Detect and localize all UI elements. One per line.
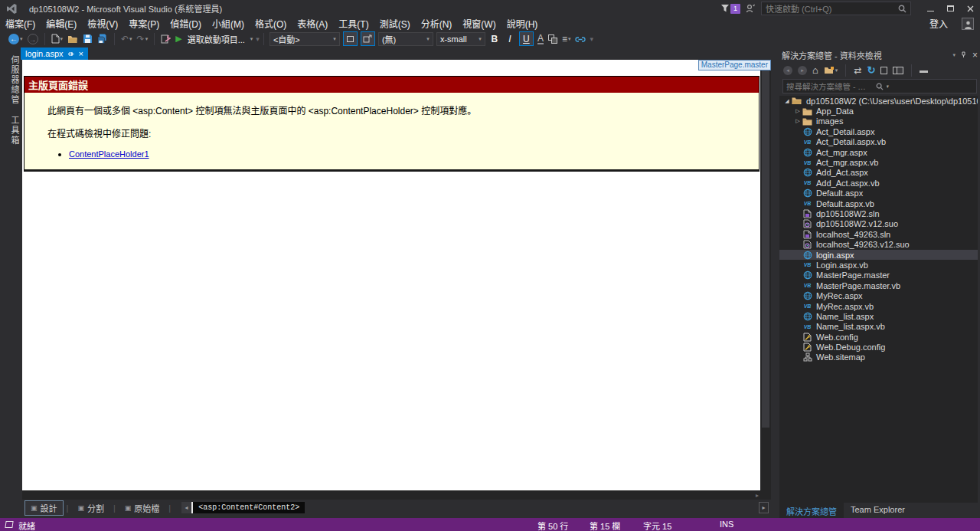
start-debug-label[interactable]: 選取啟動項目... <box>188 33 245 45</box>
forward-button[interactable]: ▸ <box>798 66 807 75</box>
designer-view-button[interactable]: ▣ 分割 <box>71 500 110 516</box>
content-placeholder-link[interactable]: ContentPlaceHolder1 <box>69 149 149 159</box>
tree-item[interactable]: ▷ VB Web.sitemap <box>779 352 978 362</box>
nest-files-button[interactable] <box>880 67 887 74</box>
search-options-icon[interactable]: ▾ <box>887 84 974 90</box>
tag-breadcrumb[interactable]: <asp:Content#Content2> <box>193 502 305 513</box>
home-icon[interactable]: ⌂ <box>812 64 818 76</box>
tree-item[interactable]: ▷ VB localhost_49263.v12.suo <box>779 239 978 249</box>
horizontal-scrollbar[interactable]: ▸ <box>22 490 760 500</box>
back-button[interactable]: ◂ <box>783 66 792 75</box>
menu-item[interactable]: 檢視(V) <box>82 17 123 30</box>
minimize-button[interactable] <box>920 1 940 16</box>
toolbar-overflow-button[interactable]: ▾ <box>590 35 592 43</box>
tree-item[interactable]: ▷ VB dp105108W2.v12.suo <box>779 219 978 229</box>
scrollbar-thumb[interactable] <box>762 61 769 428</box>
tree-item[interactable]: ▷ VB Act_Detail.aspx.vb <box>779 137 978 147</box>
designer-view-button[interactable]: ▣ 原始檔 <box>119 500 166 516</box>
font-size-combo[interactable]: x-small▾ <box>436 32 485 46</box>
save-all-button[interactable] <box>96 32 109 46</box>
undo-button[interactable]: ↶▾ <box>120 32 133 46</box>
designer-view-button[interactable]: ▣ 設計 <box>24 500 64 516</box>
toolbar-overflow-button[interactable]: ▾ <box>256 35 258 43</box>
tree-item[interactable]: ▷ VB MyRec.aspx <box>779 290 978 300</box>
tree-item[interactable]: ▷ VB Default.aspx.vb <box>779 198 978 208</box>
tree-item[interactable]: ▷ VB Act_Detail.aspx <box>779 126 978 136</box>
menu-item[interactable]: 檔案(F) <box>0 17 41 30</box>
tag-scroll-left-icon[interactable]: ◂ <box>181 502 191 513</box>
collapse-all-button[interactable] <box>920 67 928 73</box>
sync-with-active-document-button[interactable]: ⇄ <box>854 65 861 76</box>
menu-item[interactable]: 小組(M) <box>207 17 250 30</box>
menu-item[interactable]: 分析(N) <box>416 17 458 30</box>
switch-views-button[interactable]: ▾ <box>824 66 838 74</box>
menu-item[interactable]: 視窗(W) <box>457 17 501 30</box>
italic-button[interactable]: I <box>504 34 516 44</box>
tree-item[interactable]: ▷ VB Add_Act.aspx <box>779 168 978 178</box>
target-browser-combo[interactable]: <自動>▾ <box>270 32 340 46</box>
navigate-to-button[interactable] <box>160 32 172 46</box>
start-debug-caret-icon[interactable]: ▾ <box>250 36 253 42</box>
navigate-backward-button[interactable]: ←▾ <box>8 32 24 46</box>
close-panel-icon[interactable]: × <box>972 50 978 61</box>
open-file-button[interactable] <box>67 32 79 46</box>
menu-item[interactable]: 專案(P) <box>123 17 165 30</box>
tree-item[interactable]: ▷ VB App_Data <box>779 106 978 116</box>
tree-item[interactable]: ▷ VB images <box>779 116 978 126</box>
background-color-button[interactable] <box>547 32 558 46</box>
tree-item[interactable]: ▷ VB Login.aspx.vb <box>779 260 978 270</box>
tree-item[interactable]: ▷ VB Web.config <box>779 332 978 342</box>
css-style-combo[interactable]: (無)▾ <box>378 32 433 46</box>
menu-item[interactable]: 說明(H) <box>501 17 544 30</box>
notification-count-badge[interactable]: 1 <box>730 4 740 14</box>
menu-item[interactable]: 表格(A) <box>292 17 333 30</box>
menu-item[interactable]: 偵錯(D) <box>165 17 207 30</box>
save-button[interactable] <box>82 32 93 46</box>
font-color-button[interactable]: A <box>537 32 544 46</box>
tag-scroll-right-button[interactable]: ▸ <box>759 502 769 513</box>
menu-item[interactable]: 測試(S) <box>374 17 416 30</box>
user-avatar-icon[interactable] <box>962 18 974 30</box>
tree-item[interactable]: ▷ VB Name_list.aspx <box>779 311 978 321</box>
redo-button[interactable]: ↷▾ <box>136 32 149 46</box>
tree-item[interactable]: ▷ VB MasterPage.master <box>779 270 978 280</box>
maximize-button[interactable] <box>940 1 960 16</box>
toggle-window-layout-button[interactable] <box>361 31 375 46</box>
hyperlink-button[interactable] <box>574 32 586 46</box>
panel-tab[interactable]: 解決方案總管 <box>779 503 844 518</box>
scroll-right-icon[interactable]: ▸ <box>756 492 759 499</box>
tool-window-tab[interactable]: 伺服器總管 <box>0 55 21 105</box>
menu-item[interactable]: 編輯(E) <box>41 17 82 30</box>
tree-item[interactable]: ▷ VB Default.aspx <box>779 188 978 198</box>
window-position-icon[interactable]: ▾ <box>952 52 956 58</box>
panel-tab[interactable]: Team Explorer <box>844 503 912 518</box>
expander-icon[interactable]: ◢ <box>783 98 791 104</box>
tool-window-tab[interactable]: 工具箱 <box>0 116 21 146</box>
toggle-design-toolbox-button[interactable] <box>343 31 358 46</box>
menu-item[interactable]: 格式(O) <box>250 17 292 30</box>
tree-item[interactable]: ▷ VB Act_mgr.aspx <box>779 147 978 157</box>
feedback-button[interactable] <box>745 2 756 15</box>
pin-icon[interactable] <box>68 51 74 57</box>
tree-item[interactable]: ▷ VB localhost_49263.sln <box>779 229 978 239</box>
show-all-files-button[interactable] <box>893 67 903 74</box>
expander-icon[interactable]: ▷ <box>794 108 802 114</box>
tree-item[interactable]: ▷ VB login.aspx <box>779 250 978 260</box>
tree-item[interactable]: ▷ VB Name_list.aspx.vb <box>779 322 978 332</box>
tree-item[interactable]: ▷ VB Act_mgr.aspx.vb <box>779 157 978 167</box>
master-page-tag[interactable]: MasterPage.master <box>698 60 771 70</box>
tree-item[interactable]: ▷ VB Web.Debug.config <box>779 342 978 352</box>
tree-item[interactable]: ▷ VB Add_Act.aspx.vb <box>779 178 978 188</box>
close-document-icon[interactable]: × <box>79 50 83 58</box>
quick-launch-input[interactable]: 快速啟動 (Ctrl+Q) <box>761 2 911 15</box>
close-button[interactable] <box>960 1 980 16</box>
solution-search-input[interactable]: 搜尋解決方案總管 - 資料夾檢視 (Ctrl+;) ▾ <box>782 79 977 93</box>
alignment-button[interactable]: ≡▾ <box>561 32 572 46</box>
navigate-forward-button[interactable]: → <box>27 32 39 46</box>
sign-in-button[interactable]: 登入 <box>929 17 948 30</box>
bold-button[interactable]: B <box>488 34 501 44</box>
expander-icon[interactable]: ▷ <box>794 118 802 124</box>
notifications-button[interactable]: 1 <box>720 4 740 14</box>
tree-item[interactable]: ▷ VB dp105108W2.sln <box>779 208 978 218</box>
tree-item[interactable]: ▷ VB MyRec.aspx.vb <box>779 301 978 311</box>
